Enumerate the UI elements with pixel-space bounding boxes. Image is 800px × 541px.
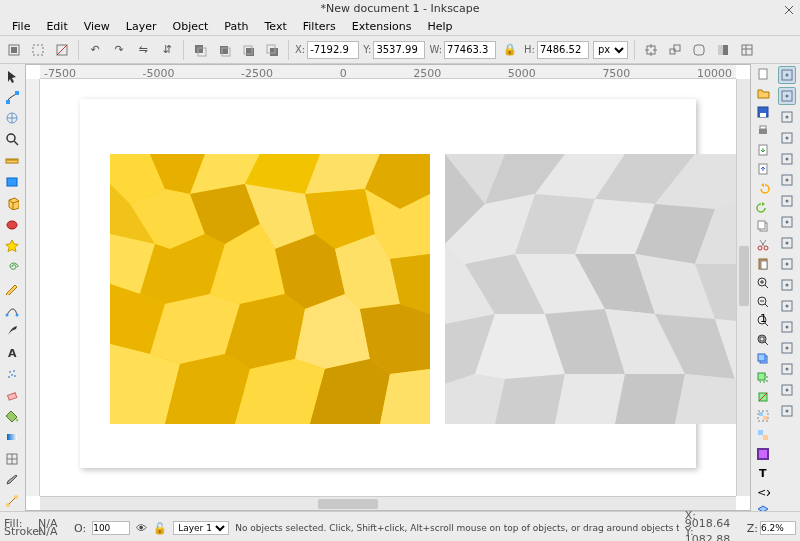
arrow-tool[interactable] <box>2 66 22 85</box>
affect-gradient-icon[interactable] <box>713 40 733 60</box>
affect-move-icon[interactable] <box>641 40 661 60</box>
save-button[interactable] <box>754 104 772 120</box>
bezier-tool[interactable] <box>2 300 22 319</box>
snap-path-toggle[interactable] <box>778 192 796 210</box>
mesh-tool[interactable] <box>2 449 22 468</box>
close-icon[interactable] <box>784 3 794 13</box>
layer-lock-icon[interactable]: 🔓 <box>153 522 167 535</box>
snap-cusp-toggle[interactable] <box>778 234 796 252</box>
menu-object[interactable]: Object <box>165 18 217 35</box>
ungroup-button[interactable] <box>754 427 772 443</box>
snap-line-mid-toggle[interactable] <box>778 276 796 294</box>
snap-guide-toggle[interactable] <box>778 402 796 420</box>
snap-object-mid-toggle[interactable] <box>778 297 796 315</box>
canvas[interactable] <box>40 79 736 496</box>
fill-stroke-button[interactable] <box>754 446 772 462</box>
affect-scale-icon[interactable] <box>665 40 685 60</box>
zoom-fit-button[interactable]: 1 <box>754 313 772 329</box>
open-button[interactable] <box>754 85 772 101</box>
snap-grid-toggle[interactable] <box>778 381 796 399</box>
spiral-tool[interactable] <box>2 258 22 277</box>
select-all-layers-icon[interactable] <box>4 40 24 60</box>
ruler-horizontal[interactable]: -7500-5000-2500025005000750010000 <box>40 65 736 79</box>
gradient-tool[interactable] <box>2 428 22 447</box>
affect-pattern-icon[interactable] <box>737 40 757 60</box>
text-tool[interactable]: A <box>2 343 22 362</box>
snap-bbox-edge-toggle[interactable] <box>778 108 796 126</box>
bucket-tool[interactable] <box>2 407 22 426</box>
scrollbar-vertical[interactable] <box>736 79 750 496</box>
spray-tool[interactable] <box>2 364 22 383</box>
deselect-icon[interactable] <box>52 40 72 60</box>
menu-extensions[interactable]: Extensions <box>344 18 420 35</box>
raise-icon[interactable] <box>214 40 234 60</box>
menu-help[interactable]: Help <box>419 18 460 35</box>
flip-h-icon[interactable]: ⇋ <box>133 40 153 60</box>
eraser-tool[interactable] <box>2 385 22 404</box>
paste-button[interactable] <box>754 256 772 272</box>
clone-button[interactable] <box>754 370 772 386</box>
scrollbar-horizontal[interactable] <box>40 496 736 510</box>
ellipse-tool[interactable] <box>2 215 22 234</box>
unit-select[interactable]: px <box>593 41 628 59</box>
calligraphy-tool[interactable] <box>2 321 22 340</box>
snap-bbox-corner-toggle[interactable] <box>778 129 796 147</box>
duplicate-button[interactable] <box>754 351 772 367</box>
menu-file[interactable]: File <box>4 18 38 35</box>
lower-icon[interactable] <box>238 40 258 60</box>
snap-bbox-toggle[interactable] <box>778 87 796 105</box>
raise-top-icon[interactable] <box>190 40 210 60</box>
snap-text-toggle[interactable] <box>778 339 796 357</box>
text-tool-button[interactable]: T <box>754 465 772 481</box>
layer-visibility-icon[interactable]: 👁 <box>136 522 147 535</box>
zoom-out-button[interactable] <box>754 294 772 310</box>
snap-node-toggle[interactable] <box>778 171 796 189</box>
cut-button[interactable] <box>754 237 772 253</box>
image-yellow[interactable] <box>110 154 430 424</box>
print-button[interactable] <box>754 123 772 139</box>
lower-bottom-icon[interactable] <box>262 40 282 60</box>
coord-y-input[interactable] <box>373 41 425 59</box>
measure-tool[interactable] <box>2 151 22 170</box>
pencil-tool[interactable] <box>2 279 22 298</box>
menu-view[interactable]: View <box>76 18 118 35</box>
opacity-input[interactable] <box>92 521 130 535</box>
import-button[interactable] <box>754 142 772 158</box>
affect-corner-icon[interactable] <box>689 40 709 60</box>
copy-button[interactable] <box>754 218 772 234</box>
ruler-vertical[interactable] <box>26 79 40 496</box>
lock-aspect-icon[interactable]: 🔒 <box>500 40 520 60</box>
coord-w-input[interactable] <box>444 41 496 59</box>
select-all-icon[interactable] <box>28 40 48 60</box>
rotate-cw-icon[interactable]: ↷ <box>109 40 129 60</box>
zoom-tool[interactable] <box>2 130 22 149</box>
coord-h-input[interactable] <box>537 41 589 59</box>
flip-v-icon[interactable]: ⇵ <box>157 40 177 60</box>
snap-bbox-mid-toggle[interactable] <box>778 150 796 168</box>
coord-x-input[interactable] <box>307 41 359 59</box>
menu-layer[interactable]: Layer <box>118 18 165 35</box>
unclone-button[interactable] <box>754 389 772 405</box>
zoom-input[interactable] <box>760 521 796 535</box>
3dbox-tool[interactable] <box>2 194 22 213</box>
xml-button[interactable]: <x> <box>754 484 772 500</box>
redo-button[interactable] <box>754 199 772 215</box>
dropper-tool[interactable] <box>2 470 22 489</box>
menu-edit[interactable]: Edit <box>38 18 75 35</box>
zoom-page-button[interactable] <box>754 332 772 348</box>
image-gray[interactable] <box>445 154 736 424</box>
group-button[interactable] <box>754 408 772 424</box>
menu-path[interactable]: Path <box>216 18 256 35</box>
menu-filters[interactable]: Filters <box>295 18 344 35</box>
undo-button[interactable] <box>754 180 772 196</box>
new-button[interactable] <box>754 66 772 82</box>
snap-master-toggle[interactable] <box>778 66 796 84</box>
snap-page-toggle[interactable] <box>778 360 796 378</box>
export-button[interactable] <box>754 161 772 177</box>
zoom-in-button[interactable] <box>754 275 772 291</box>
connector-tool[interactable] <box>2 492 22 511</box>
node-tool[interactable] <box>2 87 22 106</box>
tweak-tool[interactable] <box>2 109 22 128</box>
rect-tool[interactable] <box>2 172 22 191</box>
layer-select[interactable]: Layer 1 <box>173 521 229 535</box>
